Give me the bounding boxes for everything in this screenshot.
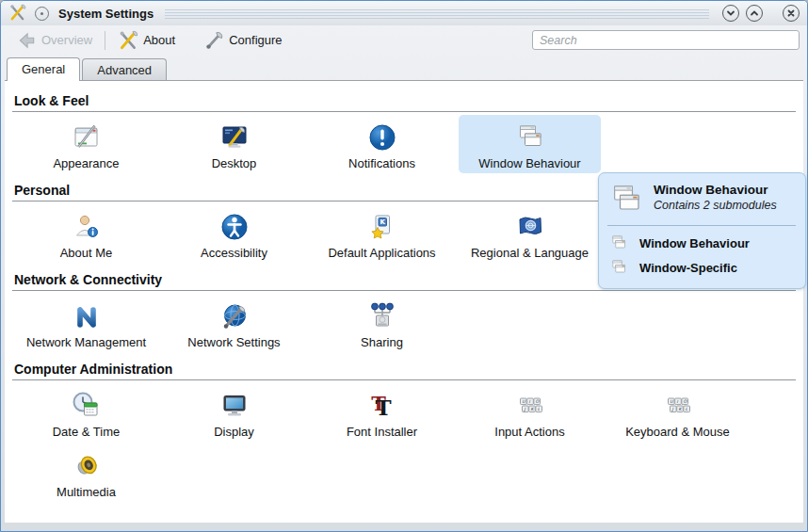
window-controls xyxy=(722,5,800,22)
module-label: Display xyxy=(214,425,254,439)
module-item-desktop[interactable]: Desktop xyxy=(163,115,305,173)
module-label: Notifications xyxy=(348,156,415,170)
multimedia-icon xyxy=(71,448,103,484)
about-me-icon xyxy=(71,209,103,245)
tab-bar: GeneralAdvanced xyxy=(1,56,807,81)
configure-button[interactable]: Configure xyxy=(198,28,287,53)
back-arrow-icon xyxy=(16,30,37,51)
tooltip-separator xyxy=(607,225,796,226)
svg-text:O: O xyxy=(683,399,687,404)
window-behaviour-icon xyxy=(609,258,628,277)
about-label: About xyxy=(143,33,175,47)
svg-text:K: K xyxy=(380,218,385,226)
tab-advanced[interactable]: Advanced xyxy=(82,58,167,81)
keyboard-mouse-icon: UIOJKL xyxy=(662,388,694,424)
submodule-row-window-behaviour[interactable]: Window Behaviour xyxy=(607,231,796,255)
submodule-row-window-specific[interactable]: Window-Specific xyxy=(607,255,796,280)
module-item-regional-language[interactable]: Regional & Language xyxy=(459,204,601,263)
date-time-icon xyxy=(71,388,103,424)
overview-button[interactable]: Overview xyxy=(10,28,98,53)
module-item-sharing[interactable]: Sharing xyxy=(311,294,453,352)
notifications-icon xyxy=(366,120,398,155)
module-tooltip: Window Behaviour Contains 2 submodules W… xyxy=(598,172,806,289)
overview-label: Overview xyxy=(41,33,92,47)
maximize-button[interactable] xyxy=(746,5,763,22)
module-item-input-actions[interactable]: UIOJKLInput Actions xyxy=(459,383,601,442)
module-item-keyboard-mouse[interactable]: UIOJKLKeyboard & Mouse xyxy=(606,383,749,442)
sharing-icon xyxy=(366,298,398,334)
about-button[interactable]: About xyxy=(112,28,181,53)
module-label: Multimedia xyxy=(57,485,116,499)
module-label: Network Management xyxy=(26,335,146,349)
network-settings-icon xyxy=(218,298,250,334)
display-icon xyxy=(218,388,250,424)
module-item-network-management[interactable]: Network Management xyxy=(15,294,157,352)
module-label: Sharing xyxy=(361,335,403,349)
regional-language-icon xyxy=(514,209,546,245)
module-item-date-time[interactable]: Date & Time xyxy=(15,383,157,442)
module-label: Desktop xyxy=(212,156,257,170)
module-item-font-installer[interactable]: TTFont Installer xyxy=(311,383,453,442)
module-item-display[interactable]: Display xyxy=(163,383,305,442)
titlebar: System Settings xyxy=(1,1,807,25)
module-label: Input Actions xyxy=(494,425,564,439)
module-list: Look & FeelAppearanceDesktopNotification… xyxy=(5,80,803,523)
module-grid: Network ManagementNetwork SettingsSharin… xyxy=(12,293,796,353)
svg-text:T: T xyxy=(375,395,391,420)
section-heading: Look & Feel xyxy=(12,85,796,112)
window-behaviour-icon xyxy=(607,181,645,218)
default-applications-icon: K xyxy=(366,209,398,245)
desktop-icon xyxy=(218,120,250,155)
svg-text:L: L xyxy=(537,407,540,411)
module-item-network-settings[interactable]: Network Settings xyxy=(163,294,305,352)
app-tools-icon xyxy=(8,4,27,23)
module-label: Keyboard & Mouse xyxy=(625,425,730,439)
submodule-label: Window Behaviour xyxy=(639,236,750,250)
module-label: Appearance xyxy=(53,156,119,170)
module-label: Date & Time xyxy=(53,425,121,439)
configure-label: Configure xyxy=(229,33,282,47)
module-grid: AppearanceDesktopNotificationsWindow Beh… xyxy=(12,114,796,174)
window-menu-button[interactable] xyxy=(35,7,49,21)
search-input[interactable] xyxy=(532,30,800,50)
module-item-window-behaviour[interactable]: Window Behaviour xyxy=(459,115,601,173)
chevron-up-icon xyxy=(750,8,759,18)
section-heading: Computer Administration xyxy=(12,353,796,380)
module-label: About Me xyxy=(60,246,113,260)
font-installer-icon: TT xyxy=(366,388,398,424)
close-button[interactable] xyxy=(783,5,800,22)
chevron-down-icon xyxy=(726,8,735,18)
module-grid: Date & TimeDisplayTTFont InstallerUIOJKL… xyxy=(12,382,796,503)
window-behaviour-icon xyxy=(609,234,628,252)
toolbar: Overview About Configure xyxy=(1,25,807,55)
input-actions-icon: UIOJKL xyxy=(514,388,546,424)
tooltip-subtitle: Contains 2 submodules xyxy=(654,199,777,212)
window-behaviour-icon xyxy=(514,120,546,155)
module-item-multimedia[interactable]: Multimedia xyxy=(15,443,157,502)
module-label: Accessibility xyxy=(201,246,267,260)
crossed-tools-icon xyxy=(118,30,138,51)
module-label: Regional & Language xyxy=(471,246,589,260)
module-label: Font Installer xyxy=(347,425,417,439)
module-item-about-me[interactable]: About Me xyxy=(15,204,157,263)
svg-text:L: L xyxy=(685,407,687,411)
accessibility-icon xyxy=(218,209,250,245)
tooltip-header: Window Behaviour Contains 2 submodules xyxy=(607,181,796,218)
tab-general[interactable]: General xyxy=(7,57,80,81)
module-label: Network Settings xyxy=(187,335,280,349)
wrench-icon xyxy=(203,30,224,51)
close-icon xyxy=(786,8,796,18)
window-title: System Settings xyxy=(58,7,154,21)
appearance-icon xyxy=(71,120,103,155)
module-label: Window Behaviour xyxy=(478,156,580,170)
module-item-notifications[interactable]: Notifications xyxy=(311,115,453,173)
toolbar-separator xyxy=(105,31,105,50)
svg-text:O: O xyxy=(535,399,539,404)
module-item-appearance[interactable]: Appearance xyxy=(15,115,157,173)
minimize-button[interactable] xyxy=(722,5,739,22)
titlebar-grip-lines xyxy=(165,9,709,20)
system-settings-window: System Settings Overview About Config xyxy=(0,0,808,532)
submodule-label: Window-Specific xyxy=(639,261,737,275)
module-item-accessibility[interactable]: Accessibility xyxy=(163,204,305,263)
module-item-default-applications[interactable]: KDefault Applications xyxy=(311,204,453,263)
